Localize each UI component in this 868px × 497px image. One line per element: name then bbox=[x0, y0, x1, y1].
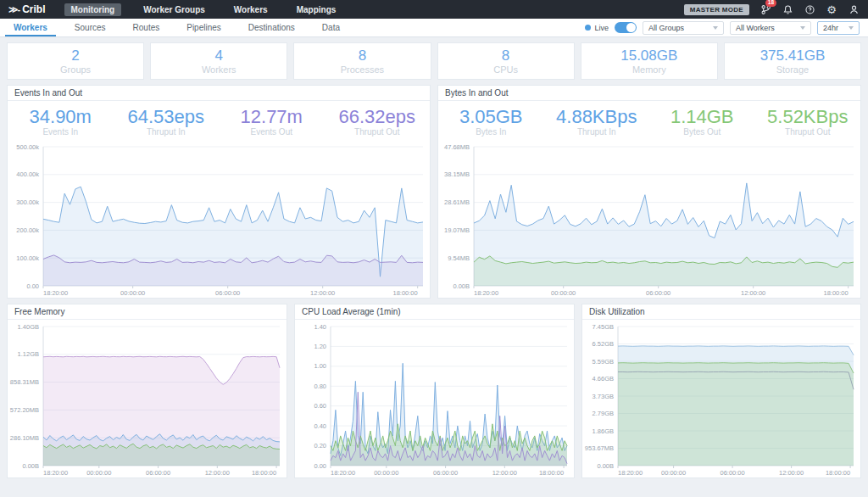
svg-text:0.00: 0.00 bbox=[26, 282, 39, 290]
summary-cards-row: 2 Groups 4 Workers 8 Processes 8 CPUs 15… bbox=[7, 42, 861, 80]
svg-text:06:00:00: 06:00:00 bbox=[215, 289, 240, 297]
svg-text:06:00:00: 06:00:00 bbox=[433, 469, 458, 477]
thruput-in-label: Thruput In bbox=[114, 127, 220, 137]
tab-workers[interactable]: Workers bbox=[0, 19, 61, 36]
toggle-knob bbox=[626, 23, 636, 32]
bytes-in-out-panel: Bytes In and Out 3.05GB Bytes In 4.88KBp… bbox=[437, 85, 861, 299]
live-indicator: Live bbox=[585, 24, 609, 32]
svg-text:1.12GB: 1.12GB bbox=[18, 350, 39, 358]
processes-label: Processes bbox=[341, 64, 384, 75]
groups-value: 2 bbox=[71, 47, 79, 64]
svg-text:2.79GB: 2.79GB bbox=[593, 410, 614, 417]
group-filter-value: All Groups bbox=[648, 24, 684, 32]
svg-text:06:00:00: 06:00:00 bbox=[146, 469, 170, 477]
bell-icon[interactable] bbox=[782, 3, 793, 15]
disk-utilization-chart[interactable]: 0.00B953.67MB1.86GB2.79GB3.73GB4.66GB5.5… bbox=[582, 320, 860, 477]
events-out-value: 12.77m bbox=[219, 107, 325, 127]
bytes-out-value: 1.14GB bbox=[649, 107, 755, 127]
svg-text:18:20:00: 18:20:00 bbox=[331, 469, 355, 477]
git-branch-icon[interactable]: 18 bbox=[760, 3, 771, 15]
svg-text:300.00k: 300.00k bbox=[16, 198, 39, 206]
secondary-charts-row: Free Memory 0.00B286.10MB572.20MB858.31M… bbox=[7, 304, 861, 478]
gear-icon[interactable]: ⚙ bbox=[826, 3, 837, 15]
groups-label: Groups bbox=[60, 64, 91, 75]
bytes-thruput-in-value: 4.88KBps bbox=[544, 107, 650, 127]
svg-text:4.66GB: 4.66GB bbox=[593, 375, 614, 383]
svg-text:18:20:00: 18:20:00 bbox=[618, 469, 643, 477]
events-in-out-chart[interactable]: 0.00100.00k200.00k300.00k400.00k500.00k1… bbox=[8, 140, 430, 298]
topbar-right-controls: MASTER MODE 18 ⚙ bbox=[684, 3, 860, 15]
user-icon[interactable] bbox=[848, 3, 860, 15]
tab-destinations[interactable]: Destinations bbox=[235, 19, 309, 36]
notification-count-badge: 18 bbox=[765, 0, 776, 7]
tab-sources[interactable]: Sources bbox=[61, 19, 120, 36]
free-memory-svg: 0.00B286.10MB572.20MB858.31MB1.12GB1.40G… bbox=[8, 320, 287, 477]
time-range-select[interactable]: 24hr bbox=[817, 21, 860, 35]
memory-card: 15.08GB Memory bbox=[581, 42, 718, 80]
tab-pipelines[interactable]: Pipelines bbox=[173, 19, 235, 36]
nav-item-workers[interactable]: Workers bbox=[227, 3, 275, 16]
disk-utilization-panel: Disk Utilization 0.00B953.67MB1.86GB2.79… bbox=[581, 304, 861, 478]
svg-text:12:00:00: 12:00:00 bbox=[492, 469, 517, 477]
worker-filter-select[interactable]: All Workers bbox=[730, 21, 811, 35]
live-toggle[interactable] bbox=[615, 22, 637, 33]
svg-text:00:00:00: 00:00:00 bbox=[120, 289, 145, 297]
cpu-load-chart[interactable]: 0.000.200.400.600.801.001.201.4018:20:00… bbox=[295, 320, 574, 477]
nav-item-worker-groups[interactable]: Worker Groups bbox=[136, 3, 212, 16]
group-filter-select[interactable]: All Groups bbox=[643, 21, 724, 35]
svg-text:18:00:00: 18:00:00 bbox=[392, 289, 417, 297]
live-label: Live bbox=[594, 24, 609, 32]
svg-text:5.59GB: 5.59GB bbox=[593, 358, 614, 366]
top-navigation-bar: ≫‑ Cribl Monitoring Worker Groups Worker… bbox=[0, 0, 868, 19]
svg-text:00:00:00: 00:00:00 bbox=[661, 469, 686, 477]
bytes-in-out-chart[interactable]: 0.00B9.54MB19.07MB28.61MB38.15MB47.68MB1… bbox=[438, 140, 860, 298]
svg-text:28.61MB: 28.61MB bbox=[444, 198, 470, 206]
thruput-out-label: Thruput Out bbox=[325, 127, 431, 137]
bytes-in-label: Bytes In bbox=[438, 127, 544, 137]
svg-text:18:00:00: 18:00:00 bbox=[252, 469, 276, 477]
svg-text:3.73GB: 3.73GB bbox=[593, 393, 614, 400]
storage-label: Storage bbox=[776, 64, 810, 75]
tab-data[interactable]: Data bbox=[309, 19, 353, 36]
bytes-in-stat: 3.05GB Bytes In bbox=[438, 107, 544, 137]
bytes-thruput-out-stat: 5.52KBps Thruput Out bbox=[755, 107, 861, 137]
svg-text:18:00:00: 18:00:00 bbox=[823, 289, 848, 297]
svg-text:9.54MB: 9.54MB bbox=[448, 254, 470, 262]
bytes-panel-title: Bytes In and Out bbox=[438, 86, 860, 101]
svg-text:0.80: 0.80 bbox=[314, 383, 326, 390]
svg-text:1.00: 1.00 bbox=[314, 363, 326, 371]
events-in-out-panel: Events In and Out 34.90m Events In 64.53… bbox=[7, 85, 431, 299]
help-icon[interactable] bbox=[804, 3, 815, 15]
primary-charts-row: Events In and Out 34.90m Events In 64.53… bbox=[7, 85, 861, 299]
thruput-out-stat: 66.32eps Thruput Out bbox=[325, 107, 431, 137]
tab-routes[interactable]: Routes bbox=[120, 19, 174, 36]
svg-text:0.60: 0.60 bbox=[314, 402, 326, 410]
nav-item-mappings[interactable]: Mappings bbox=[290, 3, 343, 16]
cpu-load-title: CPU Load Average (1min) bbox=[295, 304, 574, 320]
svg-text:500.00k: 500.00k bbox=[16, 143, 39, 151]
svg-text:1.40: 1.40 bbox=[314, 323, 326, 331]
svg-text:12:00:00: 12:00:00 bbox=[779, 469, 804, 477]
events-out-stat: 12.77m Events Out bbox=[219, 107, 325, 137]
memory-value: 15.08GB bbox=[620, 47, 677, 64]
free-memory-chart[interactable]: 0.00B286.10MB572.20MB858.31MB1.12GB1.40G… bbox=[8, 320, 287, 477]
svg-text:00:00:00: 00:00:00 bbox=[86, 469, 111, 477]
svg-text:47.68MB: 47.68MB bbox=[444, 143, 470, 151]
bytes-stats: 3.05GB Bytes In 4.88KBps Thruput In 1.14… bbox=[438, 101, 860, 140]
master-mode-badge: MASTER MODE bbox=[684, 4, 749, 15]
svg-text:858.31MB: 858.31MB bbox=[10, 378, 39, 386]
disk-utilization-svg: 0.00B953.67MB1.86GB2.79GB3.73GB4.66GB5.5… bbox=[582, 320, 860, 477]
thruput-in-value: 64.53eps bbox=[114, 107, 220, 127]
time-range-value: 24hr bbox=[823, 24, 838, 32]
nav-item-monitoring[interactable]: Monitoring bbox=[64, 3, 122, 16]
groups-card: 2 Groups bbox=[7, 42, 144, 80]
cpu-load-average-svg: 0.000.200.400.600.801.001.201.4018:20:00… bbox=[295, 320, 574, 477]
cpus-card: 8 CPUs bbox=[437, 42, 575, 80]
svg-text:100.00k: 100.00k bbox=[16, 254, 39, 262]
svg-text:953.67MB: 953.67MB bbox=[585, 444, 614, 452]
svg-text:18:00:00: 18:00:00 bbox=[539, 469, 564, 477]
bytes-thruput-out-value: 5.52KBps bbox=[755, 107, 861, 127]
thruput-out-value: 66.32eps bbox=[325, 107, 431, 127]
disk-utilization-title: Disk Utilization bbox=[582, 304, 860, 320]
svg-text:18:00:00: 18:00:00 bbox=[826, 469, 850, 477]
